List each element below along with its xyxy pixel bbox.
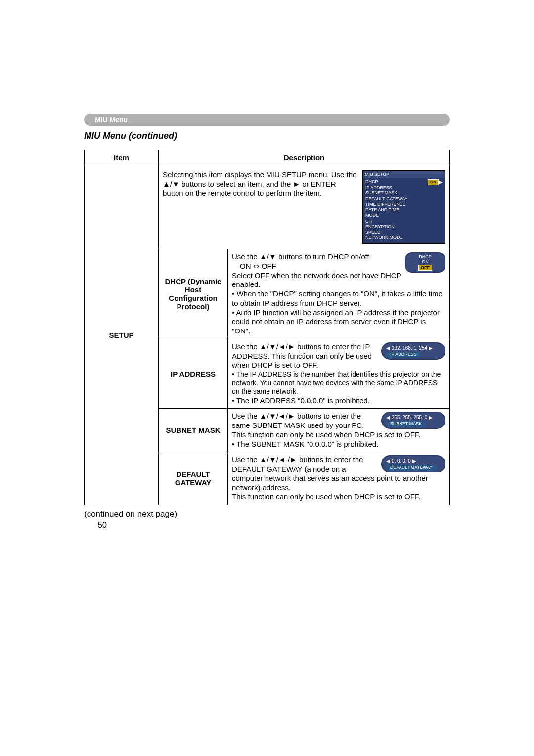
menu-row-value: ON: [428, 179, 439, 185]
dhcp-desc-3: Select OFF when the network does not hav…: [232, 271, 445, 290]
ip-desc-2: • The IP ADDRESS is the number that iden…: [232, 370, 445, 396]
chevron-right-icon: ▶: [412, 458, 416, 464]
sub-subnet: SUBNET MASK: [159, 409, 228, 452]
menu-item: CH: [365, 219, 443, 224]
gateway-desc-2: This function can only be used when DHCP…: [232, 492, 445, 502]
menu-row-label: DHCP: [365, 179, 428, 185]
chevron-right-icon: ▶: [429, 415, 433, 420]
chevron-left-icon: ◀: [386, 458, 390, 464]
page-number: 50: [84, 521, 450, 530]
ip-values: 192. 168. 1. 254: [392, 345, 427, 351]
dhcp-widget-off: OFF: [418, 265, 432, 271]
menu-item: TIME DIFFERENCE: [365, 202, 443, 207]
menu-item: DATE AND TIME: [365, 207, 443, 213]
sub-ip: IP ADDRESS: [159, 339, 228, 409]
menu-item: SPEED: [365, 230, 443, 235]
miu-setup-screenshot: MIU SETUP DHCP ON ▶ IP ADDRESS SUBNET MA…: [362, 170, 445, 243]
gateway-label: DEFAULT GATEWAY: [386, 465, 437, 471]
intro-text: Selecting this item displays the MIU SET…: [163, 170, 358, 198]
ip-widget: ◀ 192. 168. 1. 254 ▶ IP ADDRESS: [381, 342, 445, 360]
chevron-right-icon: ▶: [429, 345, 433, 351]
chevron-right-icon: ▶: [439, 179, 443, 186]
subnet-widget: ◀ 255. 255. 255. 0 ▶ SUBNET MASK: [381, 412, 445, 429]
dhcp-widget-on: ON: [411, 259, 440, 264]
header-item: Item: [85, 150, 159, 165]
chevron-left-icon: ◀: [386, 415, 390, 420]
dhcp-widget-title: DHCP: [411, 254, 440, 259]
ribbon-title: MIU Menu: [95, 116, 128, 124]
gateway-values: 0. 0. 0. 0: [392, 458, 411, 464]
menu-item: DEFAULT GATEWAY: [365, 196, 443, 202]
subnet-values: 255. 255. 255. 0: [392, 415, 427, 420]
sub-dhcp: DHCP (Dynamic Host Configuration Protoco…: [159, 249, 228, 339]
ip-desc-3: • The IP ADDRESS "0.0.0.0" is prohibited…: [232, 396, 445, 406]
menu-item: NETWORK MODE: [365, 235, 443, 240]
sub-gateway: DEFAULT GATEWAY: [159, 452, 228, 505]
menu-title: MIU SETUP: [363, 171, 445, 178]
continued-note: (continued on next page): [84, 509, 450, 519]
gateway-widget: ◀ 0. 0. 0. 0 ▶ DEFAULT GATEWAY: [381, 455, 445, 472]
chevron-left-icon: ◀: [386, 345, 390, 351]
menu-item: ENCRYPTION: [365, 224, 443, 230]
ip-label: IP ADDRESS: [386, 352, 421, 358]
subnet-label: SUBNET MASK: [386, 421, 426, 427]
dhcp-widget: DHCP ON OFF: [405, 252, 445, 273]
menu-item: MODE: [365, 213, 443, 218]
menu-item: SUBNET MASK: [365, 190, 443, 196]
item-setup: SETUP: [85, 165, 159, 505]
section-ribbon: MIU Menu: [84, 114, 450, 126]
setup-table: Item Description SETUP Selecting this it…: [84, 150, 450, 505]
header-description: Description: [159, 150, 450, 165]
dhcp-desc-5: • Auto IP function will be assigned an I…: [232, 308, 445, 336]
section-title: MIU Menu (continued): [84, 131, 450, 141]
menu-item: IP ADDRESS: [365, 185, 443, 190]
dhcp-desc-4: • When the "DHCP" setting changes to "ON…: [232, 289, 445, 308]
subnet-desc-2: • The SUBNET MASK "0.0.0.0" is prohibite…: [232, 440, 445, 449]
